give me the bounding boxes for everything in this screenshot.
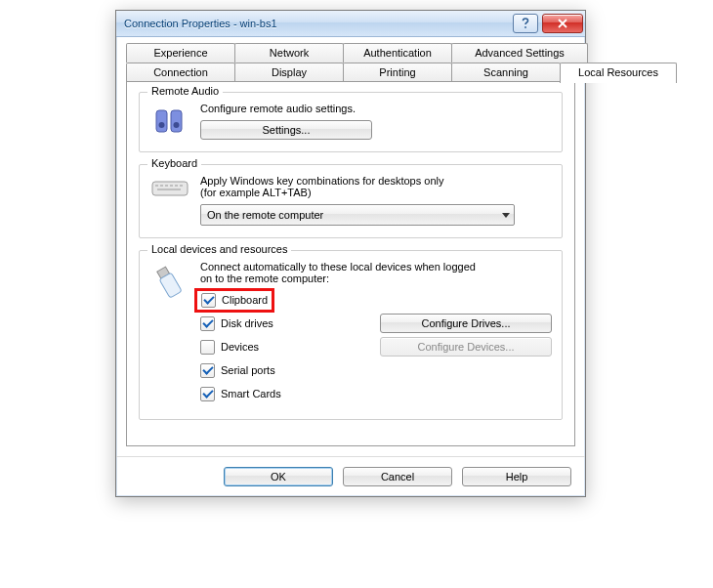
svg-rect-8 [165, 185, 168, 187]
tab-scanning[interactable]: Scanning [451, 63, 561, 82]
audio-settings-button[interactable]: Settings... [200, 120, 372, 140]
speakers-icon [149, 103, 190, 140]
tab-display[interactable]: Display [234, 63, 344, 82]
dialog-window: Connection Properties - win-bs1 Experien… [115, 10, 586, 497]
ok-button[interactable]: OK [224, 467, 333, 486]
checkbox-devices[interactable] [200, 340, 215, 355]
highlight-clipboard: Clipboard [194, 288, 274, 313]
keyboard-description: Apply Windows key combinations for deskt… [200, 175, 552, 198]
group-remote-audio: Remote Audio Configure remote audio sett… [139, 92, 563, 152]
svg-rect-1 [156, 110, 167, 132]
keyboard-icon [149, 175, 190, 226]
svg-rect-10 [175, 185, 178, 187]
cancel-button[interactable]: Cancel [343, 467, 452, 486]
svg-point-3 [159, 122, 165, 128]
svg-rect-9 [170, 185, 173, 187]
checkbox-disk-drives[interactable] [200, 316, 215, 331]
svg-point-0 [524, 26, 526, 28]
close-button[interactable] [542, 14, 583, 33]
svg-rect-12 [157, 189, 181, 190]
checkbox-serial-ports[interactable] [200, 363, 215, 378]
tab-authentication[interactable]: Authentication [343, 43, 452, 63]
tab-network[interactable]: Network [234, 43, 344, 63]
help-button[interactable]: Help [462, 467, 571, 486]
svg-rect-6 [155, 185, 158, 187]
devices-description: Connect automatically to these local dev… [200, 261, 552, 284]
svg-rect-2 [171, 110, 182, 132]
group-keyboard: Keyboard Apply Windows key combinations … [139, 164, 563, 238]
dialog-footer: OK Cancel Help [116, 456, 585, 496]
tab-experience[interactable]: Experience [126, 43, 235, 63]
checkbox-label: Devices [221, 341, 259, 353]
group-title: Remote Audio [147, 85, 223, 97]
keyboard-combo-value: On the remote computer [207, 209, 323, 221]
tab-page-local-resources: Remote Audio Configure remote audio sett… [126, 81, 575, 446]
checkbox-smart-cards[interactable] [200, 387, 215, 401]
tab-advanced-settings[interactable]: Advanced Settings [451, 43, 588, 63]
svg-point-4 [174, 122, 180, 128]
keyboard-combo[interactable]: On the remote computer [200, 204, 515, 226]
configure-devices-button: Configure Devices... [380, 337, 552, 357]
tab-connection[interactable]: Connection [126, 63, 235, 82]
tab-strip: Experience Network Authentication Advanc… [126, 43, 575, 446]
audio-description: Configure remote audio settings. [200, 103, 552, 114]
chevron-down-icon [502, 213, 510, 218]
tab-local-resources[interactable]: Local Resources [560, 63, 677, 83]
window-title: Connection Properties - win-bs1 [124, 18, 277, 29]
checkbox-label: Serial ports [221, 364, 275, 376]
checkbox-label: Disk drives [221, 317, 273, 329]
group-title: Keyboard [147, 157, 201, 169]
configure-drives-button[interactable]: Configure Drives... [380, 314, 552, 333]
checkbox-label: Smart Cards [221, 388, 281, 399]
checkbox-label: Clipboard [222, 294, 268, 306]
svg-rect-11 [180, 185, 183, 187]
title-bar: Connection Properties - win-bs1 [116, 11, 585, 37]
dialog-body: Experience Network Authentication Advanc… [116, 37, 585, 456]
help-icon[interactable] [513, 14, 538, 33]
group-local-devices: Local devices and resources Connect auto… [139, 250, 563, 420]
checkbox-clipboard[interactable] [201, 293, 216, 308]
usb-drive-icon [149, 261, 190, 407]
svg-rect-7 [160, 185, 163, 187]
group-title: Local devices and resources [147, 243, 291, 255]
tab-printing[interactable]: Printing [343, 63, 452, 82]
